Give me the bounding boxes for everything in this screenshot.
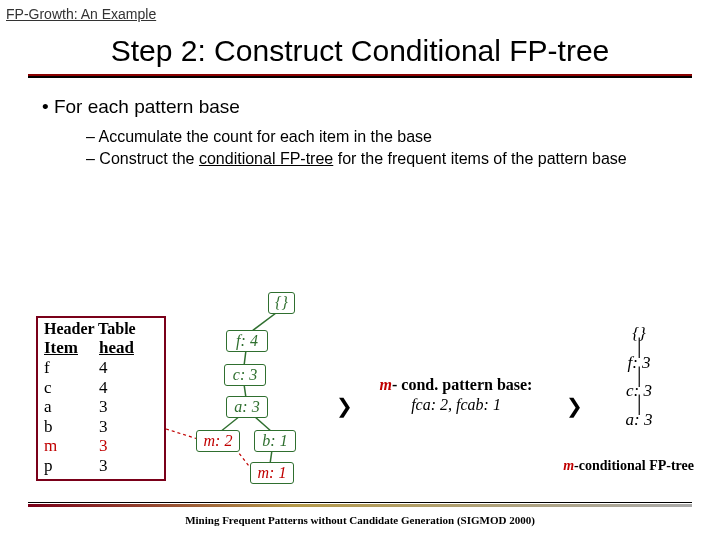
- bar-icon: │: [594, 401, 684, 410]
- tree-m2: m: 2: [196, 430, 240, 452]
- slide-title: Step 2: Construct Conditional FP-tree: [0, 24, 720, 74]
- b2b-pre: Construct the: [99, 150, 199, 167]
- bullet-l2b: Construct the conditional FP-tree for th…: [86, 150, 684, 168]
- pb-value: fca: 2, fcab: 1: [356, 396, 556, 414]
- tree-m1: m: 1: [250, 462, 294, 484]
- tree-f4: f: 4: [226, 330, 268, 352]
- tree-a3: a: 3: [226, 396, 268, 418]
- tree-b1: b: 1: [254, 430, 296, 452]
- content-area: For each pattern base Accumulate the cou…: [0, 78, 720, 168]
- cond-tree: {} │ f: 3 │ c: 3 │ a: 3: [594, 324, 684, 430]
- bullet-l1: For each pattern base: [42, 96, 684, 118]
- cond-tree-label: m-conditional FP-tree: [563, 458, 694, 474]
- pb-m: m: [380, 376, 392, 393]
- b2b-post: for the frequent items of the pattern ba…: [333, 150, 627, 167]
- bar-icon: │: [594, 344, 684, 353]
- tree-root: {}: [268, 292, 295, 314]
- pattern-base: m- cond. pattern base: fca: 2, fcab: 1: [356, 376, 556, 414]
- ct-label-rest: -conditional FP-tree: [574, 458, 694, 473]
- diagram-area: Header Table Item head f4 c4 a3 b3 m3 p3…: [36, 294, 684, 494]
- footer: Mining Frequent Patterns without Candida…: [0, 514, 720, 526]
- tree-c3: c: 3: [224, 364, 266, 386]
- b2b-underlined: conditional FP-tree: [199, 150, 333, 167]
- svg-line-6: [166, 429, 198, 439]
- ct-label-m: m: [563, 458, 574, 473]
- chevron-icon: ❯: [336, 394, 353, 418]
- bullet-l2a: Accumulate the count for each item in th…: [86, 128, 684, 146]
- ct-a3: a: 3: [594, 410, 684, 430]
- pb-label: - cond. pattern base:: [392, 376, 532, 393]
- bar-icon: │: [594, 373, 684, 382]
- bottom-rule: [28, 502, 692, 506]
- corner-label: FP-Growth: An Example: [6, 6, 156, 22]
- chevron-icon: ❯: [566, 394, 583, 418]
